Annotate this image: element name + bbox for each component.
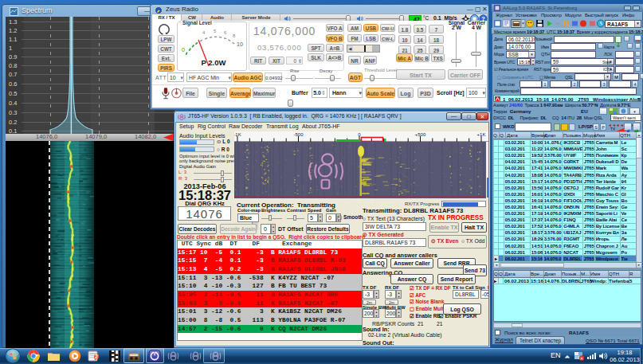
svg-text:0: 0 — [182, 47, 185, 53]
svg-text:1.3: 1.3 — [9, 18, 17, 25]
svg-text:0.2: 0.2 — [9, 119, 17, 126]
svg-text:✕: ✕ — [580, 356, 584, 361]
svg-text:0.8: 0.8 — [9, 62, 17, 69]
svg-text:0.7: 0.7 — [9, 71, 17, 78]
svg-text:1.2: 1.2 — [9, 27, 17, 34]
svg-text:-1K: -1K — [234, 132, 241, 137]
svg-text:0.4: 0.4 — [9, 100, 17, 107]
svg-text:2: 2 — [95, 354, 98, 359]
svg-text:1.1: 1.1 — [9, 36, 17, 43]
svg-text:-500: -500 — [293, 132, 304, 137]
svg-text:+500: +500 — [415, 132, 426, 137]
svg-text:0.6: 0.6 — [9, 80, 17, 88]
svg-text:+1K: +1K — [477, 132, 486, 137]
svg-text:P 2.0W: P 2.0W — [202, 58, 226, 67]
svg-text:4: 4 — [202, 30, 206, 35]
svg-text:5: 5 — [214, 29, 217, 33]
svg-text:6: 6 — [224, 30, 227, 35]
svg-text:0.9: 0.9 — [9, 53, 17, 61]
svg-text:0.3: 0.3 — [9, 109, 17, 116]
svg-text:1: 1 — [9, 45, 12, 52]
svg-text:0: 0 — [358, 132, 361, 137]
svg-text:0.5: 0.5 — [9, 90, 17, 97]
svg-text:8: 8 — [233, 33, 236, 38]
svg-text:10: 10 — [237, 41, 243, 47]
